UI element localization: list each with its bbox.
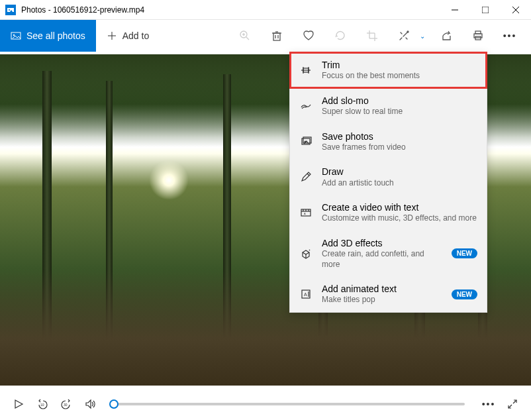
cube-sparkle-icon [299,248,313,260]
trim-icon [299,64,313,76]
maximize-button[interactable] [470,0,501,20]
edit-create-button[interactable]: ⌄ [388,20,430,52]
menu-sub: Make titles pop [322,295,442,305]
new-badge: NEW [452,289,477,299]
menu-item-create-video[interactable]: A Create a video with text Customize wit… [290,195,487,231]
skip-back-button[interactable]: 10 [32,394,53,415]
chevron-down-icon: ⌄ [420,32,430,40]
svg-line-51 [508,405,512,408]
add-to-label: Add to [122,30,149,41]
svg-marker-47 [15,400,23,408]
app-icon [5,5,16,15]
menu-sub: Super slow to real time [322,107,477,117]
svg-line-42 [306,252,309,254]
svg-marker-50 [86,400,91,408]
menu-title: Trim [322,59,477,71]
menu-item-slomo[interactable]: Add slo-mo Super slow to real time [290,88,487,124]
svg-line-41 [303,252,306,254]
print-icon[interactable] [462,20,494,52]
see-all-label: See all photos [26,30,85,41]
fullscreen-button[interactable] [502,394,523,415]
svg-rect-14 [273,33,280,40]
svg-text:30: 30 [64,403,68,407]
menu-sub: Customize with music, 3D effects, and mo… [322,213,477,224]
playback-more-button[interactable]: ••• [478,394,499,415]
menu-item-3d-effects[interactable]: Add 3D effects Create rain, add confetti… [290,231,487,276]
favorite-icon[interactable] [293,20,324,52]
progress-slider[interactable] [114,403,465,405]
share-icon[interactable] [430,20,462,52]
menu-item-save-photos[interactable]: Save photos Save frames from video [290,124,487,160]
toolbar: See all photos Add to ⌄ ••• [0,20,531,52]
draw-icon [299,171,313,183]
crop-icon[interactable] [356,20,388,52]
volume-button[interactable] [79,394,101,415]
add-to-button[interactable]: Add to [96,20,160,52]
window-controls [440,0,531,20]
play-button[interactable] [8,394,29,415]
plus-icon [107,30,117,41]
title-bar: Photos - 1060516912-preview.mp4 [0,0,531,20]
new-badge: NEW [452,248,477,258]
menu-item-trim[interactable]: Trim Focus on the best moments [290,52,487,88]
menu-title: Add animated text [322,283,442,295]
slomo-icon [299,100,313,112]
svg-line-52 [513,400,516,403]
menu-item-animated-text[interactable]: A Add animated text Make titles pop NEW [290,276,487,312]
svg-text:A: A [304,292,307,297]
menu-item-draw[interactable]: Draw Add an artistic touch [290,159,487,195]
video-text-icon: A [299,207,313,219]
animated-text-icon: A [299,288,313,300]
svg-point-7 [13,34,15,36]
menu-title: Add 3D effects [322,237,442,249]
see-all-photos-button[interactable]: See all photos [0,20,96,52]
window-title: Photos - 1060516912-preview.mp4 [21,5,440,15]
delete-icon[interactable] [261,20,293,52]
rotate-icon[interactable] [324,20,356,52]
edit-create-menu: Trim Focus on the best moments Add slo-m… [289,52,487,313]
minimize-button[interactable] [440,0,470,20]
svg-line-34 [307,174,309,176]
menu-sub: Save frames from video [322,142,477,153]
svg-rect-3 [482,7,489,13]
more-icon[interactable]: ••• [494,20,526,52]
playback-bar: 10 30 ••• [0,388,531,420]
save-photos-icon [299,135,313,147]
menu-sub: Add an artistic touch [322,178,477,189]
video-area: Trim Focus on the best moments Add slo-m… [0,52,531,388]
zoom-icon[interactable] [229,20,261,52]
slider-thumb[interactable] [109,399,119,409]
menu-title: Create a video with text [322,201,477,213]
menu-title: Add slo-mo [322,95,477,107]
svg-point-1 [9,9,10,11]
menu-title: Draw [322,166,477,178]
svg-line-11 [246,37,249,40]
menu-sub: Create rain, add confetti, and more [322,249,442,270]
svg-text:10: 10 [40,403,44,407]
svg-text:A: A [304,212,306,215]
menu-title: Save photos [322,131,477,142]
skip-forward-button[interactable]: 30 [56,394,77,415]
menu-sub: Focus on the best moments [322,71,477,81]
close-button[interactable] [501,0,531,20]
photos-icon [11,30,21,41]
